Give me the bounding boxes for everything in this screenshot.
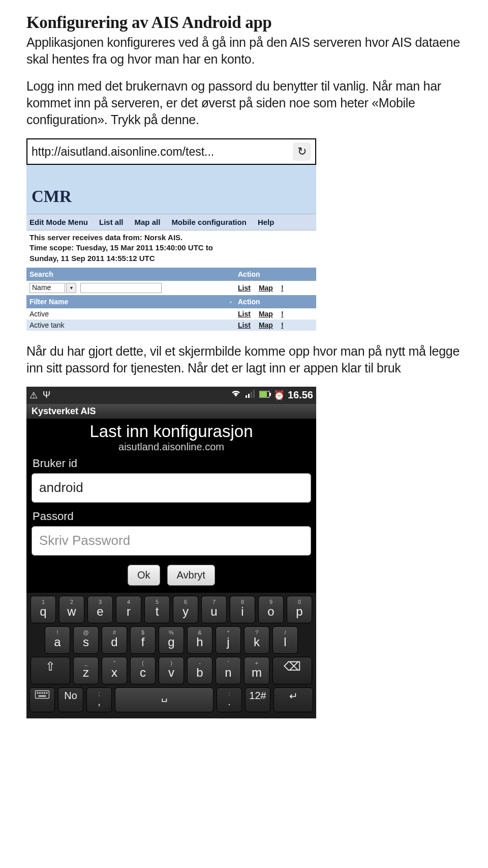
usb-icon: Ψ bbox=[43, 390, 53, 400]
key-r[interactable]: 4r bbox=[116, 596, 141, 623]
keyboard-settings-key[interactable] bbox=[29, 687, 55, 712]
alarm-icon: ⏰ bbox=[273, 390, 284, 401]
symbols-key[interactable]: 12# bbox=[245, 687, 270, 712]
status-line-1: This server receives data from: Norsk AI… bbox=[29, 233, 313, 243]
filter-header: Filter Name ◦ bbox=[26, 295, 235, 308]
menu-map-all[interactable]: Map all bbox=[135, 218, 161, 226]
key-l[interactable]: /l bbox=[272, 626, 298, 654]
key-b[interactable]: -b bbox=[187, 657, 212, 684]
filter-tank-map[interactable]: Map bbox=[259, 321, 273, 329]
key-y[interactable]: 6y bbox=[173, 596, 198, 623]
cmr-header: CMR bbox=[26, 165, 316, 214]
wifi-icon bbox=[231, 389, 241, 401]
status-line-2: Time scope: Tuesday, 15 Mar 2011 15:40:0… bbox=[29, 243, 313, 253]
cmr-logo: CMR bbox=[32, 187, 72, 206]
menu-mobile-configuration[interactable]: Mobile configuration bbox=[171, 218, 247, 226]
svg-rect-3 bbox=[253, 390, 255, 398]
user-label: Bruker id bbox=[26, 456, 316, 471]
menu-list-all[interactable]: List all bbox=[99, 218, 124, 226]
semicolon-key[interactable]: ;, bbox=[86, 687, 112, 712]
extra-link[interactable]: ! bbox=[281, 284, 284, 292]
svg-rect-9 bbox=[39, 692, 41, 693]
filter-active-tank: Active tank bbox=[26, 320, 235, 331]
key-i[interactable]: 8i bbox=[230, 596, 255, 623]
status-text: This server receives data from: Norsk AI… bbox=[26, 230, 316, 268]
key-w[interactable]: 2w bbox=[59, 596, 84, 623]
language-key[interactable]: No bbox=[58, 687, 83, 712]
phone-screenshot: ⚠ Ψ ⏰ 16.56 Kystverket AIS Last inn konf… bbox=[26, 387, 316, 718]
list-link[interactable]: List bbox=[238, 284, 251, 292]
browser-screenshot: http://aisutland.aisonline.com/test... ↻… bbox=[26, 138, 316, 331]
filter-active-more[interactable]: ! bbox=[281, 310, 284, 318]
password-input[interactable]: Skriv Password bbox=[32, 526, 311, 556]
key-p[interactable]: 0p bbox=[287, 596, 312, 623]
dialog-subtitle: aisutland.aisonline.com bbox=[26, 441, 316, 456]
key-x[interactable]: "x bbox=[102, 657, 127, 684]
colon-key[interactable]: :. bbox=[217, 687, 242, 712]
url-text: http://aisutland.aisonline.com/test... bbox=[32, 145, 293, 159]
name-dropdown[interactable]: Name bbox=[29, 283, 65, 293]
url-bar[interactable]: http://aisutland.aisonline.com/test... ↻ bbox=[26, 138, 316, 165]
svg-rect-2 bbox=[251, 392, 252, 398]
svg-rect-12 bbox=[46, 692, 48, 693]
page-title: Konfigurering av AIS Android app bbox=[26, 13, 462, 32]
key-e[interactable]: 3e bbox=[87, 596, 113, 623]
reload-icon[interactable]: ↻ bbox=[293, 142, 311, 161]
key-n[interactable]: 'n bbox=[216, 657, 241, 684]
status-line-3: Sunday, 11 Sep 2011 14:55:12 UTC bbox=[29, 253, 313, 264]
key-f[interactable]: $f bbox=[130, 626, 156, 654]
key-t[interactable]: 5t bbox=[144, 596, 170, 623]
key-z[interactable]: _z bbox=[73, 657, 99, 684]
ok-button[interactable]: Ok bbox=[128, 565, 160, 586]
intro-paragraph: Applikasjonen konfigureres ved å gå inn … bbox=[26, 34, 462, 68]
key-s[interactable]: @s bbox=[73, 626, 99, 654]
key-g[interactable]: %g bbox=[159, 626, 184, 654]
filter-active: Active bbox=[26, 308, 235, 320]
svg-rect-11 bbox=[44, 692, 45, 693]
menu-bar: Edit Mode Menu List all Map all Mobile c… bbox=[26, 214, 316, 230]
key-q[interactable]: 1q bbox=[30, 596, 56, 623]
search-table: Search Action Name ▾ List Map ! Filter N… bbox=[26, 268, 316, 331]
cancel-button[interactable]: Avbryt bbox=[167, 565, 215, 586]
key-j[interactable]: *j bbox=[216, 626, 241, 654]
menu-edit-mode[interactable]: Edit Mode Menu bbox=[29, 218, 88, 226]
menu-help[interactable]: Help bbox=[258, 218, 274, 226]
key-c[interactable]: (c bbox=[130, 657, 156, 684]
map-link[interactable]: Map bbox=[259, 284, 273, 292]
svg-rect-1 bbox=[248, 394, 250, 398]
svg-rect-5 bbox=[260, 392, 267, 397]
signal-icon bbox=[245, 389, 255, 401]
filter-action-header: Action bbox=[235, 295, 316, 308]
svg-rect-10 bbox=[42, 692, 43, 693]
key-u[interactable]: 7u bbox=[201, 596, 227, 623]
key-m[interactable]: +m bbox=[244, 657, 269, 684]
key-o[interactable]: 9o bbox=[258, 596, 284, 623]
password-label: Passord bbox=[26, 509, 316, 524]
key-h[interactable]: &h bbox=[187, 626, 212, 654]
filter-active-list[interactable]: List bbox=[238, 310, 251, 318]
key-a[interactable]: !a bbox=[45, 626, 70, 654]
key-k[interactable]: ?k bbox=[244, 626, 269, 654]
key-v[interactable]: )v bbox=[159, 657, 184, 684]
user-input[interactable]: android bbox=[32, 473, 311, 503]
svg-rect-6 bbox=[269, 393, 271, 396]
svg-rect-7 bbox=[36, 690, 49, 698]
space-key[interactable]: ␣ bbox=[115, 687, 214, 712]
filter-active-map[interactable]: Map bbox=[259, 310, 273, 318]
svg-rect-0 bbox=[246, 395, 247, 398]
status-bar: ⚠ Ψ ⏰ 16.56 bbox=[26, 387, 316, 404]
backspace-key[interactable]: ⌫ bbox=[272, 657, 312, 684]
key-d[interactable]: #d bbox=[102, 626, 127, 654]
shift-key[interactable]: ⇧ bbox=[30, 657, 70, 684]
post-paragraph: Når du har gjort dette, vil et skjermbil… bbox=[26, 343, 462, 377]
svg-rect-13 bbox=[39, 695, 46, 697]
chevron-down-icon[interactable]: ▾ bbox=[66, 283, 76, 293]
filter-tank-more[interactable]: ! bbox=[281, 321, 284, 329]
svg-rect-8 bbox=[37, 692, 39, 693]
search-header: Search bbox=[26, 268, 235, 281]
enter-key[interactable]: ↵ bbox=[273, 687, 313, 712]
filter-tank-list[interactable]: List bbox=[238, 321, 251, 329]
warning-icon: ⚠ bbox=[29, 390, 40, 401]
name-search-input[interactable] bbox=[80, 283, 162, 293]
action-header: Action bbox=[235, 268, 316, 281]
